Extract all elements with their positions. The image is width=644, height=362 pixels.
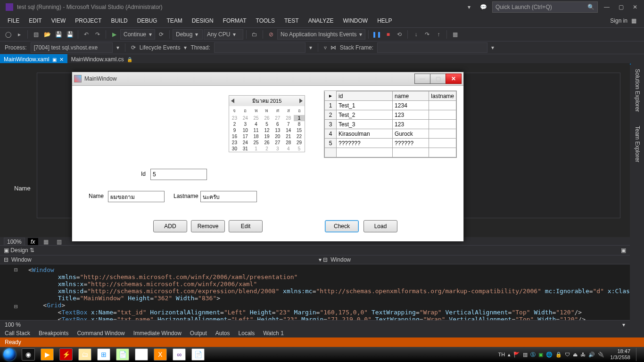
grid-col-id[interactable]: id	[337, 91, 393, 101]
tray-usb-icon[interactable]: ⏏	[573, 352, 578, 358]
table-row[interactable]: 5?????????????	[325, 139, 456, 148]
restart-icon[interactable]: ⟲	[394, 29, 405, 40]
cal-day[interactable]: 17	[240, 133, 251, 140]
name-field[interactable]	[108, 191, 165, 202]
tray-up-icon[interactable]: ▴	[508, 352, 511, 358]
maximize-button[interactable]: ▢	[617, 3, 625, 11]
grid-col-lastname[interactable]: lastname	[429, 91, 456, 101]
cal-day[interactable]: 13	[272, 127, 283, 133]
cal-day[interactable]: 26	[262, 140, 272, 146]
collapse-icon[interactable]: ▣	[4, 247, 9, 254]
cal-day[interactable]: 19	[262, 133, 272, 140]
cal-day[interactable]: 2	[229, 121, 240, 127]
feedback-icon[interactable]: 💬	[479, 3, 487, 11]
new-project-icon[interactable]: ▧	[31, 29, 41, 40]
cal-day[interactable]: 18	[251, 133, 262, 140]
cal-day[interactable]: 24	[240, 115, 251, 121]
task-doc[interactable]: 📄	[189, 347, 207, 362]
cal-day[interactable]: 16	[229, 133, 240, 140]
menu-format[interactable]: FORMAT	[218, 14, 251, 27]
table-row[interactable]: 1Test_11234	[325, 101, 456, 110]
menu-build[interactable]: BUILD	[106, 14, 132, 27]
pause-icon[interactable]: ❚❚	[372, 29, 382, 40]
remove-button[interactable]: Remove	[191, 220, 225, 232]
cal-day[interactable]: 15	[294, 127, 305, 133]
cal-day[interactable]: 24	[240, 140, 251, 146]
cal-day[interactable]: 7	[283, 121, 294, 127]
stackframe-dropdown[interactable]	[377, 42, 487, 53]
id-field[interactable]	[150, 169, 207, 180]
menu-design[interactable]: DESIGN	[187, 14, 218, 27]
design-xaml-splitter[interactable]: ▣ Design ⇅ ▣	[0, 245, 630, 255]
menu-view[interactable]: VIEW	[47, 14, 71, 27]
cal-prev-icon[interactable]	[231, 99, 234, 103]
lifecycle-label[interactable]: Lifecycle Events	[140, 44, 181, 51]
tray-line-icon[interactable]: ▣	[538, 352, 543, 358]
task-explorer[interactable]: 🗂	[75, 347, 94, 362]
cal-day[interactable]: 9	[229, 127, 240, 133]
xaml-left-nav[interactable]: ⊟ Window	[0, 256, 315, 263]
cal-day[interactable]: 23	[229, 140, 240, 146]
cal-day[interactable]: 11	[251, 127, 262, 133]
table-row[interactable]: 3Test_3123	[325, 120, 456, 129]
check-button[interactable]: Check	[325, 220, 359, 232]
layout-icon[interactable]: ▦	[450, 29, 460, 40]
menu-window[interactable]: WINDOW	[338, 14, 372, 27]
task-notes[interactable]: 📄	[113, 347, 132, 362]
tray-safe-icon[interactable]: 🔒	[555, 352, 562, 358]
cal-day[interactable]: 31	[240, 146, 251, 152]
save-all-icon[interactable]: 💾	[65, 29, 75, 40]
table-row[interactable]: 4KirasoulmanGurock	[325, 129, 456, 139]
lifecycle-icon[interactable]: ⟳	[131, 44, 136, 51]
edit-button[interactable]: Edit	[229, 220, 263, 232]
refresh-icon[interactable]: ⟳	[156, 29, 166, 40]
close-tab-icon[interactable]: ✕	[59, 57, 64, 63]
cal-day[interactable]: 25	[251, 140, 262, 146]
menu-analyze[interactable]: ANALYZE	[304, 14, 339, 27]
cal-day[interactable]: 28	[283, 140, 294, 146]
signin-link[interactable]: Sign in▦	[605, 14, 641, 27]
nav-fwd-icon[interactable]: ▸	[14, 29, 25, 40]
insights-off-icon[interactable]: ⊘	[266, 29, 276, 40]
table-row[interactable]: 2Test_2123	[325, 110, 456, 120]
tray-volume-icon[interactable]: 🔊	[588, 352, 595, 358]
task-mediaplayer[interactable]: ▶	[38, 347, 57, 362]
expand-icon[interactable]: ▣	[621, 247, 626, 254]
cal-day[interactable]: 27	[272, 115, 283, 121]
tray-skype-icon[interactable]: Ⓢ	[530, 351, 536, 358]
filter-icon[interactable]: ▿	[324, 44, 327, 51]
add-button[interactable]: ADD	[153, 220, 187, 232]
menu-project[interactable]: PROJECT	[70, 14, 106, 27]
task-steam[interactable]: ◉	[19, 347, 38, 362]
cal-day[interactable]: 25	[251, 115, 262, 121]
tray-clock[interactable]: 18:471/3/2558	[607, 348, 633, 361]
cal-day[interactable]: 1	[251, 146, 262, 152]
bottom-tab-immediate-window[interactable]: Immediate Window	[133, 330, 182, 337]
app-maximize-button[interactable]: ▢	[430, 74, 446, 84]
cal-day[interactable]: 6	[272, 121, 283, 127]
bottom-tab-command-window[interactable]: Command Window	[77, 330, 124, 337]
cal-day[interactable]: 1	[294, 115, 305, 121]
cal-day[interactable]: 23	[229, 115, 240, 121]
browser-icon[interactable]: 🗀	[249, 29, 260, 40]
cal-day[interactable]: 21	[283, 133, 294, 140]
cal-day[interactable]: 10	[240, 127, 251, 133]
cal-day[interactable]: 30	[229, 146, 240, 152]
cal-day[interactable]: 3	[272, 146, 283, 152]
fx-icon[interactable]: fx	[28, 238, 38, 246]
stackframe-icon[interactable]: ⋈	[330, 44, 336, 51]
pin-icon[interactable]: ▣	[52, 57, 57, 62]
open-file-icon[interactable]: 📂	[42, 29, 52, 40]
tray-network-icon[interactable]: 🖧	[580, 352, 586, 357]
platform-dropdown[interactable]: Any CPU▾	[204, 29, 243, 40]
grid-col-name[interactable]: name	[393, 91, 429, 101]
solution-explorer-tab[interactable]: Solution Explorer	[633, 65, 642, 115]
editor-scale[interactable]: 100 %	[5, 321, 21, 328]
cal-day[interactable]: 3	[240, 121, 251, 127]
step-over-icon[interactable]: ↷	[422, 29, 432, 40]
nav-back-icon[interactable]: ◯	[3, 29, 13, 40]
app-minimize-button[interactable]: —	[414, 74, 430, 84]
notifications-icon[interactable]: ▾	[465, 3, 473, 11]
save-icon[interactable]: 💾	[53, 29, 64, 40]
cal-day[interactable]: 14	[283, 127, 294, 133]
